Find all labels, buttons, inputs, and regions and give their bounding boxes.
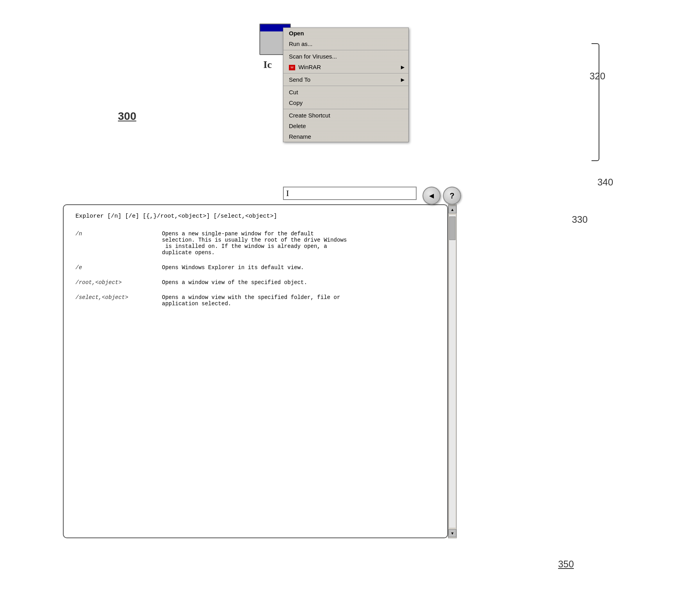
table-row: /n Opens a new single-pane window for th…: [75, 227, 435, 261]
table-row: /root,<object> Opens a window view of th…: [75, 276, 435, 291]
input-cursor: I: [286, 188, 289, 198]
scrollbar-track: [449, 215, 456, 528]
menu-item-delete[interactable]: Delete: [283, 121, 408, 131]
help-syntax: Explorer [/n] [/e] [{,}/root,<object>] […: [75, 213, 435, 220]
winrar-arrow-icon: ▶: [401, 64, 404, 70]
help-button[interactable]: ?: [443, 187, 461, 205]
menu-item-copy[interactable]: Copy: [283, 97, 408, 108]
table-row: /select,<object> Opens a window view wit…: [75, 291, 435, 312]
sendto-arrow-icon: ▶: [401, 77, 404, 83]
menu-item-winrar[interactable]: W WinRAR ▶: [283, 62, 408, 72]
ic-label: Ic: [263, 59, 272, 71]
menu-item-rename[interactable]: Rename: [283, 131, 408, 142]
param-e: /e: [75, 261, 162, 276]
menu-item-cut[interactable]: Cut: [283, 87, 408, 97]
param-root: /root,<object>: [75, 276, 162, 291]
desc-n: Opens a new single-pane window for the d…: [162, 227, 435, 261]
label-350: 350: [558, 559, 574, 570]
context-menu: Open Run as... Scan for Viruses... W Win…: [283, 28, 409, 142]
label-320: 320: [590, 71, 605, 82]
separator-1: [283, 50, 408, 50]
param-n: /n: [75, 227, 162, 261]
scrollbar-down-button[interactable]: ▼: [448, 529, 456, 537]
desc-root: Opens a window view of the specified obj…: [162, 276, 435, 291]
desc-e: Opens Windows Explorer in its default vi…: [162, 261, 435, 276]
table-row: /e Opens Windows Explorer in its default…: [75, 261, 435, 276]
help-content-box: Explorer [/n] [/e] [{,}/root,<object>] […: [63, 204, 448, 538]
label-300: 300: [118, 110, 136, 123]
input-bar[interactable]: I: [283, 187, 417, 200]
menu-item-scan[interactable]: Scan for Viruses...: [283, 51, 408, 62]
separator-4: [283, 109, 408, 109]
winrar-icon: W: [289, 65, 295, 70]
help-table: /n Opens a new single-pane window for th…: [75, 227, 435, 312]
param-select: /select,<object>: [75, 291, 162, 312]
separator-3: [283, 86, 408, 86]
separator-2: [283, 73, 408, 73]
scrollbar[interactable]: ▲ ▼: [448, 204, 457, 538]
label-330: 330: [572, 214, 588, 225]
label-340: 340: [597, 177, 613, 188]
scrollbar-thumb[interactable]: [449, 216, 456, 240]
diagram-container: 300 Ic Open Run as... Scan for Viruses..…: [39, 24, 660, 581]
brace-320: [592, 43, 599, 161]
help-buttons-group: ◄ ?: [423, 187, 461, 205]
menu-item-runas[interactable]: Run as...: [283, 39, 408, 49]
back-button[interactable]: ◄: [423, 187, 441, 205]
menu-item-sendto[interactable]: Send To ▶: [283, 74, 408, 85]
scrollbar-up-button[interactable]: ▲: [448, 205, 456, 213]
menu-item-open[interactable]: Open: [283, 28, 408, 39]
desc-select: Opens a window view with the specified f…: [162, 291, 435, 312]
menu-item-create-shortcut[interactable]: Create Shortcut: [283, 110, 408, 121]
